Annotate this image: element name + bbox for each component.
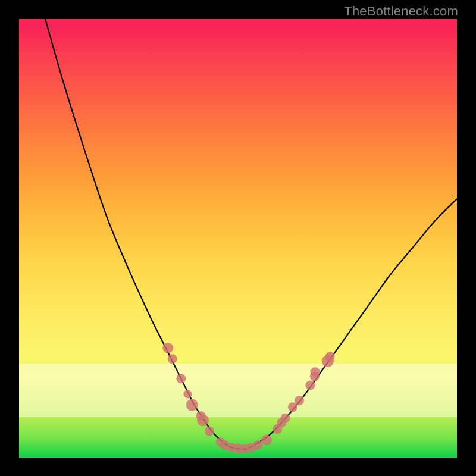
watermark-text: TheBottleneck.com — [344, 4, 458, 19]
pale-band — [19, 364, 457, 417]
data-marker — [246, 443, 256, 453]
data-marker — [220, 440, 230, 450]
data-marker — [261, 435, 272, 446]
data-marker — [273, 424, 282, 434]
data-marker — [162, 343, 173, 353]
data-marker — [168, 354, 177, 364]
data-marker — [240, 444, 249, 453]
data-marker — [216, 437, 226, 447]
data-marker — [325, 352, 335, 361]
data-marker — [227, 443, 236, 452]
chart-frame: TheBottleneck.com — [0, 0, 476, 476]
data-marker — [233, 444, 243, 453]
plot-area — [19, 19, 457, 458]
data-marker — [253, 440, 262, 450]
data-marker — [205, 427, 214, 436]
data-marker — [277, 418, 287, 427]
